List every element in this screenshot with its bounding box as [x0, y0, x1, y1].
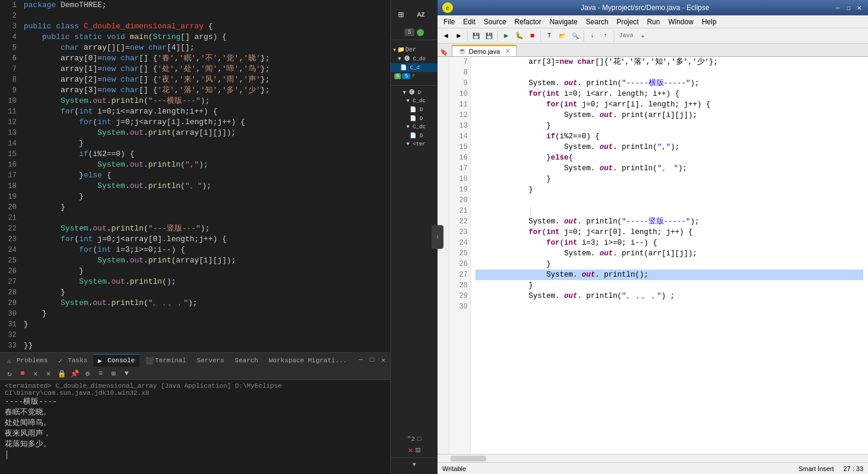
square-icon[interactable]: □	[417, 436, 422, 443]
quotes-icon[interactable]: "2	[407, 436, 415, 443]
tree-item-cd[interactable]: 📄 C_d	[391, 63, 438, 72]
tree-cdo3[interactable]: ▼ C_dc	[400, 123, 427, 131]
menu-window[interactable]: Window	[665, 17, 697, 27]
ec-line-18: }	[475, 174, 863, 184]
code-line-22: 22 System.out.println("---竖版---");	[0, 223, 390, 234]
close-window-btn[interactable]: ✕	[855, 4, 863, 12]
tb-prev-annot[interactable]: ↑	[600, 30, 611, 42]
collapse-arrow[interactable]: ‹	[432, 225, 443, 249]
separator	[391, 40, 438, 40]
tab-servers-label: Servers	[197, 357, 224, 364]
eclipse-title: Java - Myproject/src/Demo.java - Eclipse	[456, 4, 834, 12]
tb-open-resource[interactable]: 📂	[556, 30, 568, 42]
tree-item-cdo1[interactable]: ▼ 🅒 C_do	[391, 54, 438, 63]
tb-perspective[interactable]: ☕	[637, 30, 649, 42]
tb-sep2	[497, 31, 498, 41]
tree-d4[interactable]: 📄 D	[400, 131, 427, 140]
hscroll-thumb[interactable]	[451, 456, 486, 462]
menu-search[interactable]: Search	[582, 17, 612, 27]
tree-d3[interactable]: 📄 D	[400, 114, 427, 123]
stop-icon[interactable]: ■	[18, 369, 27, 378]
console-line-4: 夜来风雨声，	[5, 428, 386, 439]
s-label: S	[404, 28, 414, 36]
menu-refactor[interactable]: Refactor	[511, 17, 545, 27]
minimize-window-btn[interactable]: ─	[834, 4, 842, 12]
menu-edit[interactable]: Edit	[459, 17, 479, 27]
code-line-2: 2	[0, 11, 390, 21]
pin-icon[interactable]: 📌	[70, 369, 79, 378]
tb-open-type[interactable]: T	[543, 30, 555, 42]
tb-search[interactable]: 🔍	[569, 30, 581, 42]
tab-tasks[interactable]: ✓ Tasks	[54, 354, 92, 367]
editor-tab-close[interactable]: ✕	[505, 47, 510, 55]
code-line-31: 31 }	[0, 319, 390, 330]
tb-next-annot[interactable]: ↓	[587, 30, 598, 42]
tab-console[interactable]: ▶ Console	[93, 354, 140, 367]
menu-run[interactable]: Run	[643, 17, 663, 27]
tree-item-der[interactable]: ▼ 📁 Der	[391, 45, 438, 54]
status-writable: Writable	[442, 465, 466, 472]
tab-terminal[interactable]: ⬛ Terminal	[141, 354, 191, 367]
terminal-icon: ⬛	[145, 357, 153, 364]
ec-line-22: System. out. println("-----竖版-----");	[475, 216, 863, 227]
menu-project[interactable]: Project	[613, 17, 642, 27]
code-line-1: 1 package DemoTHREE;	[0, 0, 390, 11]
separator2	[391, 85, 438, 86]
eclipse-code-content: 7 8 9 10 11 12 13 14 15 16 17 18 19 20 2…	[438, 57, 868, 454]
menu-icon[interactable]: ≡	[96, 369, 105, 378]
maximize-btn[interactable]: □	[368, 356, 377, 365]
tb-back[interactable]: ◀	[440, 30, 452, 42]
terminated-text: <terminated> C_double_dimensional_array …	[5, 382, 386, 397]
badge-row: S	[391, 27, 438, 37]
tb-run[interactable]: ▶	[500, 30, 512, 42]
code-line-6: 6 array[0]=new char[] {'春','眠','不','觉','…	[0, 53, 390, 64]
window-controls: ─ □ ✕	[834, 4, 863, 12]
tree-d1[interactable]: ▼ 🅒 D	[400, 88, 427, 97]
tree-d2[interactable]: 📄 D	[400, 105, 427, 114]
tab-problems[interactable]: ⚠ Problems	[2, 354, 53, 367]
lock-icon[interactable]: 🔒	[57, 369, 66, 378]
minimize-btn[interactable]: ─	[356, 356, 365, 365]
tb-debug[interactable]: 🐛	[513, 30, 525, 42]
code-line-29: 29 System.out.println("。，。，");	[0, 298, 390, 309]
bottom-sep	[391, 457, 438, 458]
grid-icon[interactable]: ⊞	[392, 6, 410, 24]
more-icon[interactable]: ▼	[122, 369, 131, 378]
eclipse-hscroll[interactable]	[438, 454, 868, 462]
tb-stop[interactable]: ■	[526, 30, 538, 42]
editor-tab-demojava[interactable]: ☕ Demo.java ✕	[452, 45, 517, 56]
eclipse-code-text[interactable]: arr[3]=new char[]{'花','落','知','多','少'}; …	[471, 57, 868, 454]
ec-line-29: System. out. println("。，。，") ;	[475, 291, 863, 301]
layout-icon[interactable]: ⊞	[109, 369, 118, 378]
settings-icon[interactable]: ⚙	[83, 369, 92, 378]
console-icon: ▶	[98, 357, 105, 364]
code-line-12: 12 for(int j=0;j<array[i].length;j++) {	[0, 117, 390, 128]
expand-icon[interactable]: ⊡	[416, 445, 420, 455]
menu-navigate[interactable]: Navigate	[546, 17, 581, 27]
eclipse-editor[interactable]: 🔖 ☕ Demo.java ✕ 7 8 9 10 11 12 13 14 15	[438, 44, 868, 462]
tree-ter[interactable]: ▼ <ter	[400, 140, 427, 148]
eclipse-menubar: File Edit Source Refactor Navigate Searc…	[438, 15, 868, 28]
arrow-down-icon[interactable]: ▼	[411, 460, 417, 469]
menu-file[interactable]: File	[440, 17, 458, 27]
tb-save[interactable]: 💾	[470, 30, 482, 42]
tb-saveall[interactable]: 💾	[483, 30, 495, 42]
tb-forward[interactable]: ▶	[453, 30, 465, 42]
menu-help[interactable]: Help	[698, 17, 720, 27]
menu-source[interactable]: Source	[480, 17, 510, 27]
refresh-icon[interactable]: ↻	[5, 369, 14, 378]
close-console-icon[interactable]: ✕	[31, 369, 40, 378]
close-btn[interactable]: ✕	[379, 356, 388, 365]
clear-icon[interactable]: ✕	[44, 369, 53, 378]
tab-search[interactable]: Search	[230, 354, 263, 367]
code-line-18: 18 System.out.println("。");	[0, 181, 390, 191]
tab-console-label: Console	[108, 357, 135, 364]
tree-cdo2[interactable]: ▼ C_dc	[400, 97, 427, 105]
eclipse-window: e Java - Myproject/src/Demo.java - Eclip…	[438, 0, 868, 474]
tab-workspace[interactable]: Workspace Migrati...	[264, 354, 352, 367]
restore-window-btn[interactable]: □	[844, 4, 853, 12]
close-bottom-icon[interactable]: ✕	[408, 445, 413, 455]
tab-collapse-icon[interactable]: 🔖	[440, 48, 452, 56]
tab-servers[interactable]: Servers	[192, 354, 229, 367]
az-icon[interactable]: AZ	[412, 6, 430, 24]
